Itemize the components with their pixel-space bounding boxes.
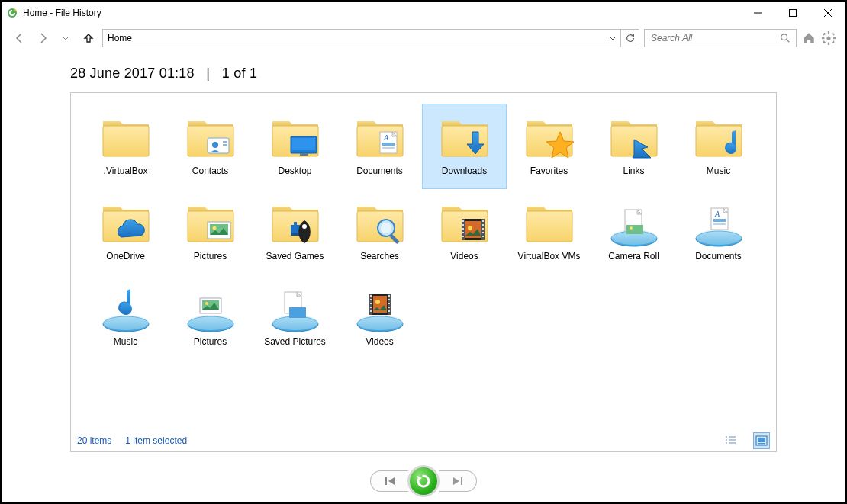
close-button[interactable] (810, 2, 845, 24)
grid-item[interactable]: ADocuments (337, 104, 422, 189)
grid-item[interactable]: Links (591, 104, 676, 189)
svg-point-53 (630, 226, 633, 230)
svg-rect-49 (482, 236, 484, 237)
grid-item[interactable]: Favorites (507, 104, 591, 189)
recent-dropdown[interactable] (56, 29, 75, 47)
grid-item[interactable]: Videos (422, 189, 507, 274)
grid-item[interactable]: Pictures (168, 189, 253, 274)
svg-rect-48 (482, 232, 484, 233)
svg-rect-31 (294, 222, 297, 226)
grid-item-label: Downloads (423, 165, 506, 176)
grid-item[interactable]: .VirtualBox (83, 104, 168, 189)
folder-video-icon (437, 194, 492, 249)
path-dropdown[interactable] (605, 30, 620, 47)
previous-version-button[interactable] (370, 470, 408, 492)
maximize-button[interactable] (775, 2, 810, 24)
back-button[interactable] (11, 29, 29, 47)
minimize-button[interactable] (740, 2, 775, 24)
svg-rect-67 (370, 303, 372, 304)
grid-item-label: Desktop (253, 165, 337, 176)
svg-rect-55 (713, 219, 726, 222)
timestamp-sep: | (206, 66, 210, 81)
grid-item-label: Camera Roll (592, 251, 675, 262)
lib-docs-icon: A (691, 194, 746, 249)
grid-item[interactable]: Contacts (168, 104, 253, 189)
icons-view-button[interactable] (753, 432, 770, 449)
gear-icon[interactable] (821, 30, 836, 46)
forward-button[interactable] (34, 29, 52, 47)
grid-item-label: Music (84, 336, 167, 347)
folder-cloud-icon (98, 194, 153, 249)
svg-rect-61 (289, 307, 306, 318)
grid-item-label: Saved Pictures (253, 336, 337, 347)
grid-item[interactable]: Videos (337, 274, 422, 360)
svg-text:A: A (383, 133, 389, 142)
details-view-button[interactable] (723, 432, 739, 449)
svg-rect-65 (370, 295, 372, 297)
svg-rect-43 (462, 232, 464, 233)
svg-rect-21 (292, 138, 315, 150)
folder-link-icon (607, 109, 662, 164)
svg-rect-9 (828, 43, 829, 45)
grid-item[interactable]: VirtualBox VMs (507, 189, 591, 274)
lib-camera-icon (607, 194, 662, 249)
svg-rect-8 (828, 31, 829, 34)
status-bar: 20 items 1 item selected (71, 430, 776, 451)
search-input[interactable] (645, 30, 775, 47)
lib-saved-icon (268, 280, 323, 335)
lib-music-icon (98, 280, 153, 335)
navigation-controls (2, 460, 845, 502)
window-title: Home - File History (23, 8, 101, 18)
svg-point-29 (212, 226, 216, 230)
address-bar[interactable] (102, 29, 639, 47)
svg-point-17 (212, 142, 218, 148)
grid-item[interactable]: Music (676, 104, 761, 189)
grid-item[interactable]: Camera Roll (591, 189, 676, 274)
svg-rect-41 (462, 224, 464, 226)
next-version-button[interactable] (439, 470, 477, 492)
restore-button[interactable] (407, 465, 440, 497)
folder-star-icon (522, 109, 577, 164)
grid-item[interactable]: OneDrive (83, 189, 168, 274)
grid-item-label: Pictures (169, 336, 252, 347)
grid-item[interactable]: Pictures (168, 274, 253, 360)
grid-item-label: Pictures (169, 251, 252, 262)
svg-rect-69 (370, 310, 372, 312)
folder-games-icon (268, 194, 323, 249)
svg-rect-66 (370, 299, 372, 300)
grid-item[interactable]: ADocuments (676, 189, 761, 274)
grid-item[interactable]: Searches (337, 189, 422, 274)
svg-rect-78 (758, 438, 765, 442)
svg-rect-22 (300, 153, 308, 156)
search-box[interactable] (644, 29, 797, 47)
svg-rect-11 (833, 37, 836, 39)
grid-item[interactable]: Saved Games (253, 189, 337, 274)
up-button[interactable] (79, 29, 98, 47)
svg-point-51 (468, 226, 472, 230)
svg-rect-24 (382, 143, 395, 146)
grid-item[interactable]: Music (83, 274, 168, 360)
svg-rect-14 (823, 40, 826, 43)
svg-rect-13 (832, 33, 835, 36)
svg-rect-44 (462, 236, 464, 237)
grid-item[interactable]: Desktop (253, 104, 337, 189)
svg-rect-70 (388, 295, 390, 297)
path-input[interactable] (103, 30, 605, 47)
svg-point-35 (381, 223, 391, 233)
svg-rect-73 (388, 307, 390, 308)
grid-item[interactable]: Saved Pictures (253, 274, 337, 360)
timestamp-date: 28 June 2017 01:18 (70, 66, 195, 81)
folder-desktop-icon (268, 109, 323, 164)
item-grid: .VirtualBoxContactsDesktopADocumentsDown… (71, 93, 776, 430)
svg-rect-46 (482, 224, 484, 226)
svg-rect-71 (388, 299, 390, 300)
grid-item-label: Contacts (169, 165, 252, 176)
home-icon[interactable] (801, 30, 816, 46)
svg-rect-52 (626, 225, 643, 234)
folder-contacts-icon (183, 109, 238, 164)
svg-rect-68 (370, 307, 372, 308)
refresh-button[interactable] (620, 30, 639, 47)
toolbar (2, 24, 845, 52)
grid-item[interactable]: Downloads (422, 104, 507, 189)
search-icon[interactable] (775, 33, 796, 43)
